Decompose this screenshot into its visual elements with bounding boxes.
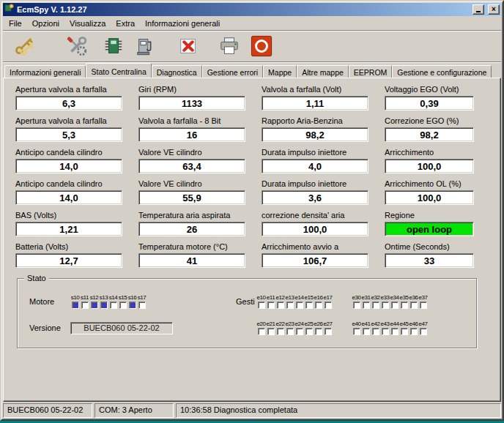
- checkbox-e42[interactable]: [372, 328, 379, 335]
- tab-altre-mappe[interactable]: Altre mappe: [297, 65, 349, 78]
- checkbox-e35[interactable]: [401, 302, 408, 309]
- checkbox-e10[interactable]: [258, 302, 265, 309]
- checkbox-e31[interactable]: [363, 302, 370, 309]
- status-bit-label: e12: [275, 294, 284, 301]
- checkbox-s17[interactable]: [138, 302, 146, 309]
- menu-informazioni-generali[interactable]: Informazioni generali: [140, 18, 225, 29]
- checkbox-e37[interactable]: [420, 302, 427, 309]
- checkbox-e46[interactable]: [410, 328, 418, 335]
- field-value[interactable]: 5,3: [15, 127, 122, 142]
- field-value[interactable]: 16: [138, 127, 245, 142]
- checkbox-e30[interactable]: [353, 302, 360, 309]
- field-value[interactable]: 0,39: [385, 96, 474, 111]
- field-value[interactable]: 14,0: [15, 159, 122, 173]
- field-value[interactable]: 1,21: [15, 222, 122, 236]
- checkbox-e45[interactable]: [401, 328, 408, 335]
- toolbar-button-power[interactable]: [246, 33, 277, 59]
- menu-file[interactable]: File: [4, 18, 27, 29]
- checkbox-e15[interactable]: [305, 302, 313, 309]
- field-value[interactable]: 98,2: [385, 127, 474, 142]
- app-icon[interactable]: [4, 3, 15, 16]
- checkbox-e43[interactable]: [382, 328, 389, 335]
- close-button[interactable]: ×: [488, 4, 500, 15]
- menu-opzioni[interactable]: Opzioni: [27, 18, 64, 29]
- field-value[interactable]: 55,9: [138, 190, 245, 205]
- keys-icon: [13, 35, 35, 57]
- checkbox-s15[interactable]: [119, 302, 127, 309]
- field-value[interactable]: 14,0: [15, 190, 122, 205]
- checkbox-e24[interactable]: [296, 328, 303, 335]
- checkbox-e27[interactable]: [325, 328, 332, 335]
- toolbar-button-connect[interactable]: [9, 33, 40, 59]
- tab-eeprom[interactable]: EEPROM: [349, 65, 393, 78]
- versione-label: Versione: [23, 323, 70, 332]
- checkbox-e34[interactable]: [391, 302, 399, 309]
- checkbox-e12[interactable]: [277, 302, 284, 309]
- field-label: Batteria (Volts): [15, 242, 122, 251]
- field-label: Arricchimento avvio a: [262, 242, 368, 251]
- field-value[interactable]: 33: [385, 253, 474, 268]
- tab-gestione-errori[interactable]: Gestione errori: [202, 65, 263, 78]
- checkbox-e25[interactable]: [305, 328, 313, 335]
- checkbox-e36[interactable]: [410, 302, 418, 309]
- checkbox-e14[interactable]: [296, 302, 303, 309]
- field-value[interactable]: 41: [138, 253, 245, 268]
- toolbar-button-settings[interactable]: [62, 33, 92, 59]
- checkbox-e17[interactable]: [325, 302, 332, 309]
- checkbox-e11[interactable]: [267, 302, 275, 309]
- field-value[interactable]: 63,4: [138, 159, 245, 173]
- checkbox-e21[interactable]: [267, 328, 275, 335]
- field-value[interactable]: 26: [138, 222, 245, 236]
- field: Arricchimento 100,0: [385, 148, 474, 173]
- checkbox-s14[interactable]: [110, 302, 117, 309]
- checkbox-s13[interactable]: [100, 302, 108, 309]
- field-value[interactable]: 12,7: [15, 253, 122, 268]
- field-value[interactable]: 106,7: [262, 253, 368, 268]
- checkbox-e40[interactable]: [353, 328, 360, 335]
- checkbox-s10[interactable]: [72, 302, 79, 309]
- checkbox-e32[interactable]: [372, 302, 379, 309]
- checkbox-s12[interactable]: [91, 302, 98, 309]
- toolbar-button-fuel[interactable]: [130, 33, 161, 59]
- tab-mappe[interactable]: Mappe: [263, 65, 297, 78]
- field-value[interactable]: 100,0: [385, 159, 474, 173]
- status-bit-e26: e26: [314, 321, 323, 335]
- tab-diagnostica[interactable]: Diagnostica: [152, 65, 202, 78]
- checkbox-e16[interactable]: [315, 302, 322, 309]
- field-value[interactable]: 1133: [138, 96, 245, 111]
- checkbox-e33[interactable]: [382, 302, 389, 309]
- checkbox-e22[interactable]: [277, 328, 284, 335]
- field-value[interactable]: 100,0: [262, 222, 368, 236]
- field-value[interactable]: 1,11: [262, 96, 368, 111]
- checkbox-e13[interactable]: [286, 302, 294, 309]
- checkbox-s11[interactable]: [81, 302, 89, 309]
- menu-extra[interactable]: Extra: [111, 18, 140, 29]
- checkbox-e44[interactable]: [391, 328, 399, 335]
- checkbox-e26[interactable]: [315, 328, 322, 335]
- close-icon: ×: [492, 5, 496, 14]
- toolbar-button-cancel[interactable]: [173, 33, 204, 59]
- checkbox-s16[interactable]: [129, 302, 136, 309]
- checkbox-e23[interactable]: [286, 328, 294, 335]
- tab-stato-centralina[interactable]: Stato Centralina: [86, 63, 151, 78]
- open-loop-indicator[interactable]: open loop: [385, 222, 474, 236]
- toolbar-button-read-ecm[interactable]: [98, 33, 129, 59]
- toolbar-button-print[interactable]: [214, 33, 245, 59]
- minimize-button[interactable]: [472, 4, 484, 15]
- stato-grid: Motore s10s11s12s13s14s15s16s17 Gesti e1…: [23, 288, 472, 340]
- field-value[interactable]: 6,3: [15, 96, 122, 111]
- checkbox-e20[interactable]: [258, 328, 265, 335]
- menu-visualizza[interactable]: Visualizza: [64, 18, 111, 29]
- status-bit-label: e10: [256, 294, 265, 301]
- tab-informazioni-generali[interactable]: Informazioni generali: [4, 65, 86, 78]
- tab-gestione-e-configurazione[interactable]: Gestione e configurazione: [392, 65, 492, 78]
- status-bit-label: e25: [304, 321, 313, 327]
- field: Batteria (Volts) 12,7: [15, 242, 122, 268]
- field-value[interactable]: 98,2: [262, 127, 368, 142]
- field-value[interactable]: 3,6: [262, 190, 368, 205]
- field-value[interactable]: 100,0: [385, 190, 474, 205]
- field-value[interactable]: 4,0: [262, 159, 368, 173]
- checkbox-e41[interactable]: [363, 328, 370, 335]
- checkbox-e47[interactable]: [420, 328, 427, 335]
- status-bit-e10: e10: [256, 294, 266, 309]
